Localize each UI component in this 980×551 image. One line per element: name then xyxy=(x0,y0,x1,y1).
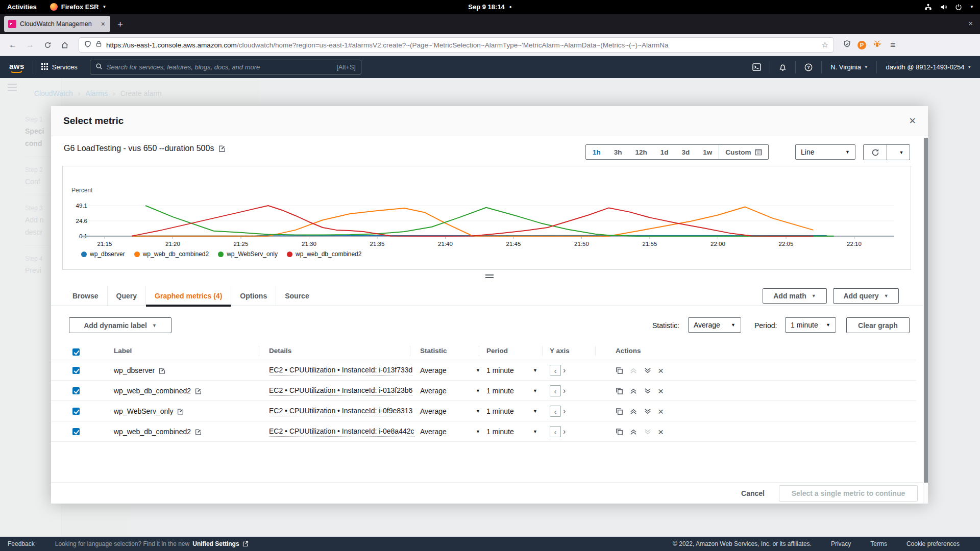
notifications-bell-icon[interactable] xyxy=(770,56,795,78)
select-metric-submit-button[interactable]: Select a single metric to continue xyxy=(779,485,918,502)
yaxis-right-button[interactable]: › xyxy=(563,407,566,416)
metric-details[interactable]: EC2 • CPUUtilization • InstanceId: i-013… xyxy=(269,366,412,375)
row-period-select[interactable]: 1 minute▼ xyxy=(486,381,537,401)
privacy-link[interactable]: Privacy xyxy=(831,540,851,547)
network-icon[interactable] xyxy=(924,4,932,11)
row-statistic-select[interactable]: Average▼ xyxy=(420,421,480,442)
back-button[interactable]: ← xyxy=(5,37,20,53)
range-3h[interactable]: 3h xyxy=(607,145,629,159)
activities-button[interactable]: Activities xyxy=(7,3,37,11)
move-down-icon[interactable] xyxy=(644,367,652,374)
add-math-button[interactable]: Add math▼ xyxy=(763,288,827,304)
tab-options[interactable]: Options xyxy=(231,286,276,306)
tab-browse[interactable]: Browse xyxy=(64,286,107,306)
duplicate-icon[interactable] xyxy=(616,367,623,374)
extension-orange-icon[interactable]: P xyxy=(857,41,866,49)
metric-details[interactable]: EC2 • CPUUtilization • InstanceId: i-0e8… xyxy=(269,427,414,437)
row-checkbox[interactable] xyxy=(72,428,80,435)
yaxis-left-button[interactable]: ‹ xyxy=(550,365,561,376)
cancel-button[interactable]: Cancel xyxy=(741,489,765,497)
feedback-link[interactable]: Feedback xyxy=(8,540,35,547)
select-all-checkbox[interactable] xyxy=(72,348,80,356)
forward-button[interactable]: → xyxy=(22,37,38,53)
row-checkbox[interactable] xyxy=(72,387,80,394)
legend-item[interactable]: wp_WebServ_only xyxy=(218,251,278,258)
move-up-icon[interactable] xyxy=(629,387,638,395)
move-up-icon[interactable] xyxy=(629,428,638,436)
row-period-select[interactable]: 1 minute▼ xyxy=(486,421,537,442)
yaxis-left-button[interactable]: ‹ xyxy=(550,406,561,417)
shield-icon[interactable] xyxy=(84,40,91,50)
cookie-preferences-link[interactable]: Cookie preferences xyxy=(906,540,960,547)
chevron-down-icon[interactable]: ▼ xyxy=(970,5,974,9)
row-period-select[interactable]: 1 minute▼ xyxy=(486,401,537,421)
legend-item[interactable]: wp_web_db_combined2 xyxy=(134,251,209,258)
services-menu[interactable]: Services xyxy=(33,63,86,71)
refresh-button[interactable] xyxy=(864,145,887,160)
edit-icon[interactable] xyxy=(177,408,184,415)
edit-icon[interactable] xyxy=(195,388,202,394)
add-query-button[interactable]: Add query▼ xyxy=(833,288,899,304)
region-selector[interactable]: N. Virginia ▼ xyxy=(822,56,876,78)
row-period-select[interactable]: 1 minute▼ xyxy=(486,360,537,381)
url-bar[interactable]: https://us-east-1.console.aws.amazon.com… xyxy=(79,37,834,53)
reload-button[interactable] xyxy=(40,37,55,53)
clear-graph-button[interactable]: Clear graph xyxy=(846,317,910,333)
range-3d[interactable]: 3d xyxy=(675,145,697,159)
yaxis-left-button[interactable]: ‹ xyxy=(550,426,561,437)
bookmark-star-icon[interactable]: ☆ xyxy=(822,40,828,49)
yaxis-right-button[interactable]: › xyxy=(563,386,566,395)
lock-icon[interactable] xyxy=(95,40,102,49)
duplicate-icon[interactable] xyxy=(616,428,623,436)
legend-item[interactable]: wp_web_db_combined2 xyxy=(287,251,361,258)
remove-icon[interactable]: × xyxy=(658,386,664,396)
range-12h[interactable]: 12h xyxy=(629,145,654,159)
account-menu[interactable]: davidh @ 8912-1493-0254 ▼ xyxy=(877,56,980,78)
window-close-icon[interactable]: × xyxy=(968,19,973,28)
remove-icon[interactable]: × xyxy=(658,427,664,437)
search-input[interactable] xyxy=(107,63,333,71)
help-icon[interactable]: ? xyxy=(796,56,821,78)
clock[interactable]: Sep 9 18:14 ● xyxy=(468,3,511,11)
aws-search[interactable]: [Alt+S] xyxy=(90,60,361,74)
resize-handle[interactable] xyxy=(485,274,494,278)
power-icon[interactable] xyxy=(955,4,962,11)
metric-details[interactable]: EC2 • CPUUtilization • InstanceId: i-013… xyxy=(269,386,412,396)
row-checkbox[interactable] xyxy=(72,408,80,415)
duplicate-icon[interactable] xyxy=(616,387,623,395)
unified-settings-link[interactable]: Unified Settings xyxy=(192,540,239,547)
edit-icon[interactable] xyxy=(159,367,165,374)
move-down-icon[interactable] xyxy=(644,387,652,395)
metric-details[interactable]: EC2 • CPUUtilization • InstanceId: i-0f9… xyxy=(269,407,412,416)
tab-graphed-metrics[interactable]: Graphed metrics (4) xyxy=(145,286,231,306)
metamask-fox-icon[interactable] xyxy=(873,40,881,50)
chart-plot-area[interactable]: 0.124.649.121:1521:2021:2521:3021:3521:4… xyxy=(63,166,911,249)
range-1h[interactable]: 1h xyxy=(586,145,607,159)
range-1w[interactable]: 1w xyxy=(696,145,719,159)
move-down-icon[interactable] xyxy=(644,408,652,415)
new-tab-button[interactable]: + xyxy=(117,19,123,30)
extension-shield-icon[interactable] xyxy=(843,40,851,50)
row-statistic-select[interactable]: Average▼ xyxy=(420,381,480,401)
volume-icon[interactable] xyxy=(940,4,947,11)
tab-source[interactable]: Source xyxy=(276,286,317,306)
move-up-icon[interactable] xyxy=(629,408,638,415)
app-menu[interactable]: Firefox ESR ▼ xyxy=(50,3,107,11)
edit-icon[interactable] xyxy=(195,429,202,435)
close-icon[interactable]: × xyxy=(909,115,916,127)
chart-type-select[interactable]: Line ▼ xyxy=(795,144,855,160)
browser-tab[interactable]: CloudWatch Managemen × xyxy=(4,16,110,32)
menu-icon[interactable]: ≡ xyxy=(890,40,896,51)
scrollbar-thumb[interactable] xyxy=(924,138,928,483)
cloudshell-button[interactable] xyxy=(744,56,770,78)
modal-scrollbar[interactable] xyxy=(923,137,928,504)
yaxis-right-button[interactable]: › xyxy=(563,366,566,375)
yaxis-left-button[interactable]: ‹ xyxy=(550,385,561,396)
terms-link[interactable]: Terms xyxy=(870,540,887,547)
period-select[interactable]: 1 minute▼ xyxy=(785,317,836,333)
remove-icon[interactable]: × xyxy=(658,366,664,375)
edit-icon[interactable] xyxy=(218,145,226,152)
duplicate-icon[interactable] xyxy=(616,408,623,415)
aws-logo[interactable]: aws xyxy=(0,62,33,73)
row-checkbox[interactable] xyxy=(72,367,80,374)
